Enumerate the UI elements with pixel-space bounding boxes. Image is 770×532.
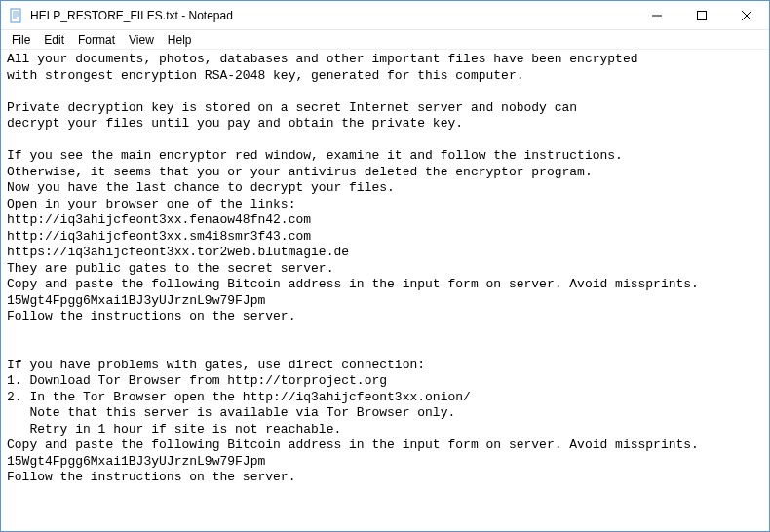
titlebar[interactable]: HELP_RESTORE_FILES.txt - Notepad [1, 1, 769, 30]
menu-format[interactable]: Format [71, 31, 122, 49]
text-editor[interactable]: All your documents, photos, databases an… [1, 50, 769, 531]
svg-rect-6 [698, 11, 707, 19]
close-button[interactable] [724, 1, 769, 29]
window-title: HELP_RESTORE_FILES.txt - Notepad [30, 9, 635, 22]
minimize-button[interactable] [635, 1, 679, 29]
menu-edit[interactable]: Edit [37, 31, 71, 49]
window-controls [635, 1, 769, 29]
menubar: File Edit Format View Help [1, 30, 769, 50]
menu-help[interactable]: Help [161, 31, 199, 49]
notepad-icon [9, 8, 24, 23]
notepad-window: HELP_RESTORE_FILES.txt - Notepad File Ed… [0, 0, 770, 532]
maximize-button[interactable] [679, 1, 724, 29]
menu-view[interactable]: View [122, 31, 161, 49]
menu-file[interactable]: File [5, 31, 37, 49]
